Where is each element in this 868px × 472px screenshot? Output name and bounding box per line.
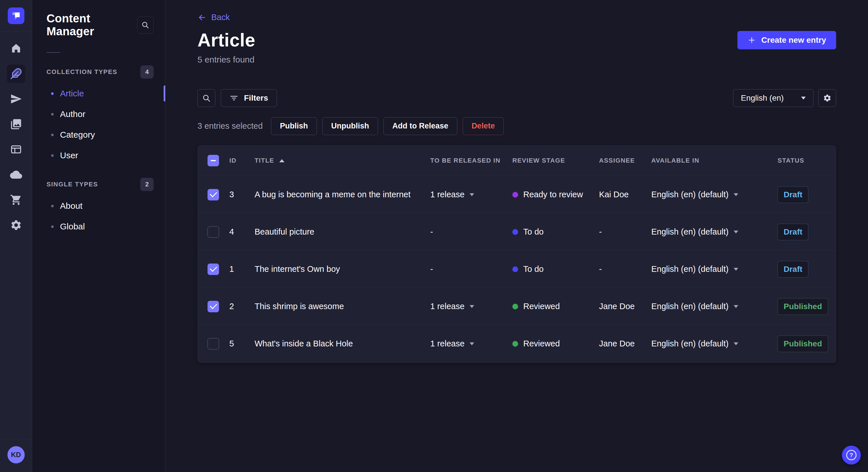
table-row[interactable]: 4 Beautiful picture - To do - English (e…: [198, 213, 836, 250]
entries-table: ID TITLE TO BE RELEASED IN REVIEW STAGE …: [198, 146, 836, 363]
sidebar-item-label: Article: [60, 89, 84, 98]
locale-dropdown[interactable]: English (en) (default): [651, 227, 738, 237]
bullet-icon: [51, 92, 54, 95]
title-row: Article Create new entry: [197, 30, 836, 51]
feather-content-icon[interactable]: [7, 65, 25, 83]
sidebar-item-label: Category: [60, 130, 95, 140]
cell-assignee: -: [599, 213, 651, 250]
stage-label: Reviewed: [523, 339, 560, 348]
cart-icon[interactable]: [7, 191, 25, 209]
sort-asc-icon: [279, 159, 284, 162]
stage-label: Reviewed: [523, 302, 560, 311]
sidebar-item-about[interactable]: About: [32, 196, 165, 216]
row-checkbox[interactable]: [208, 189, 219, 200]
locale-dropdown[interactable]: English (en) (default): [651, 339, 738, 348]
strapi-logo-wrap: [0, 0, 32, 32]
release-value: 1 release: [430, 190, 464, 199]
row-checkbox[interactable]: [208, 338, 219, 349]
back-arrow-icon: [197, 13, 207, 22]
caret-down-icon: [734, 305, 738, 308]
strapi-logo[interactable]: [8, 7, 24, 24]
paper-plane-icon[interactable]: [7, 90, 25, 108]
locale-value: English (en): [741, 94, 784, 103]
back-link[interactable]: Back: [197, 12, 229, 22]
locale-dropdown[interactable]: English (en) (default): [651, 302, 738, 311]
unpublish-button[interactable]: Unpublish: [322, 117, 378, 135]
locale-dropdown[interactable]: English (en) (default): [651, 264, 738, 274]
add-to-release-button[interactable]: Add to Release: [383, 117, 457, 135]
entries-table-card: ID TITLE TO BE RELEASED IN REVIEW STAGE …: [197, 145, 836, 363]
stage-dot-icon: [513, 229, 518, 235]
selection-bar: 3 entries selected Publish Unpublish Add…: [197, 117, 836, 135]
sidebar-item-global[interactable]: Global: [32, 216, 165, 237]
row-checkbox[interactable]: [208, 226, 219, 238]
content-type-builder-icon[interactable]: [7, 140, 25, 159]
sidebar-item-category[interactable]: Category: [32, 125, 165, 145]
column-id[interactable]: ID: [229, 146, 255, 176]
search-icon[interactable]: [197, 89, 215, 107]
release-dropdown[interactable]: 1 release: [430, 339, 474, 348]
cell-title: The internet's Own boy: [255, 250, 430, 288]
sidebar-item-label: User: [60, 150, 78, 160]
locale-dropdown[interactable]: English (en) (default): [651, 190, 738, 199]
media-library-icon[interactable]: [7, 115, 25, 133]
review-stage: To do: [513, 264, 599, 274]
row-checkbox[interactable]: [208, 301, 219, 312]
page-title: Article: [197, 30, 255, 51]
main-content: Back Article Create new entry 5 entries …: [165, 0, 868, 472]
gear-icon[interactable]: [818, 89, 836, 107]
caret-down-icon: [734, 342, 738, 345]
locale-value: English (en) (default): [651, 190, 728, 199]
row-checkbox[interactable]: [208, 264, 219, 275]
caret-down-icon: [470, 342, 474, 345]
status-badge: Draft: [778, 187, 808, 203]
stage-label: To do: [523, 264, 544, 274]
status-badge: Published: [778, 336, 828, 352]
count-badge: 2: [141, 178, 154, 191]
review-stage: To do: [513, 227, 599, 237]
bullet-icon: [51, 154, 54, 157]
bullet-icon: [51, 225, 54, 228]
status-badge: Published: [778, 298, 828, 315]
sidebar-item-author[interactable]: Author: [32, 104, 165, 125]
sidebar-item-user[interactable]: User: [32, 145, 165, 166]
select-all-checkbox[interactable]: [208, 155, 219, 166]
back-label: Back: [211, 12, 229, 22]
caret-down-icon: [734, 231, 738, 233]
column-assignee: ASSIGNEE: [599, 146, 651, 176]
section-label: COLLECTION TYPES: [46, 68, 117, 76]
search-icon[interactable]: [137, 16, 154, 34]
locale-select[interactable]: English (en): [733, 89, 813, 107]
section-label: SINGLE TYPES: [46, 181, 98, 188]
release-dropdown[interactable]: 1 release: [430, 302, 474, 311]
table-row[interactable]: 1 The internet's Own boy - To do - Engli…: [198, 250, 836, 288]
delete-button[interactable]: Delete: [463, 117, 504, 135]
release-value: 1 release: [430, 302, 464, 311]
caret-down-icon: [801, 97, 806, 100]
column-title[interactable]: TITLE: [255, 146, 430, 176]
gear-icon[interactable]: [7, 216, 25, 234]
caret-down-icon: [734, 268, 738, 271]
rail-nav: [7, 39, 25, 234]
stage-dot-icon: [513, 266, 518, 272]
table-row[interactable]: 2 This shrimp is awesome 1 release Revie…: [198, 288, 836, 325]
table-row[interactable]: 3 A bug is becoming a meme on the intern…: [198, 176, 836, 213]
column-title-label: TITLE: [255, 157, 274, 164]
table-row[interactable]: 5 What's inside a Black Hole 1 release R…: [198, 325, 836, 363]
column-review-stage: REVIEW STAGE: [513, 146, 599, 176]
home-icon[interactable]: [7, 39, 25, 58]
cloud-icon[interactable]: [7, 165, 25, 184]
toolbar: Filters English (en): [197, 89, 836, 107]
subnav-title: Content Manager: [46, 12, 137, 38]
create-new-entry-button[interactable]: Create new entry: [737, 31, 836, 49]
locale-value: English (en) (default): [651, 339, 728, 348]
filters-button[interactable]: Filters: [221, 89, 277, 107]
publish-button[interactable]: Publish: [271, 117, 317, 135]
cell-assignee: Kai Doe: [599, 176, 651, 213]
avatar[interactable]: KD: [7, 446, 25, 463]
cell-title: What's inside a Black Hole: [255, 325, 430, 363]
release-dropdown[interactable]: 1 release: [430, 190, 474, 199]
help-button[interactable]: ?: [842, 446, 861, 465]
sidebar-item-article[interactable]: Article: [32, 83, 165, 104]
cell-id: 2: [229, 288, 255, 325]
